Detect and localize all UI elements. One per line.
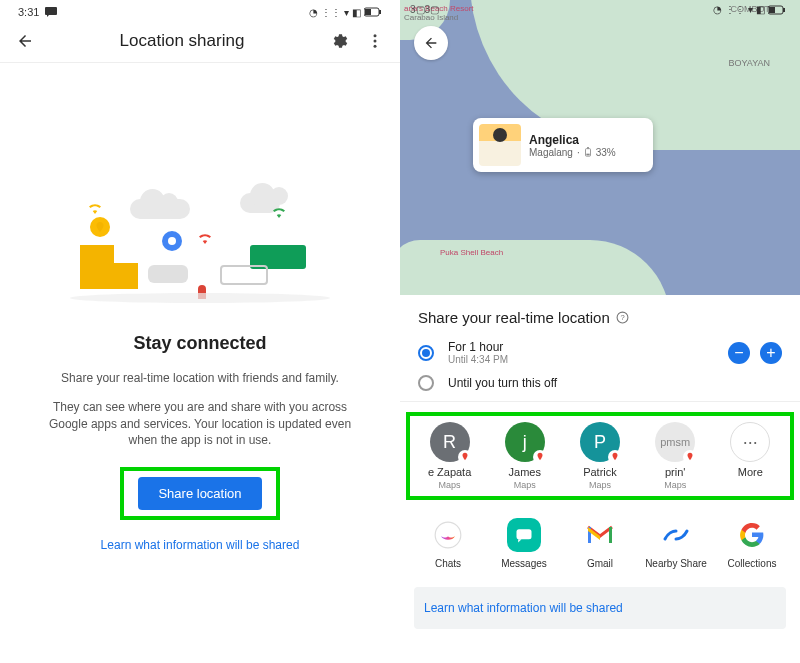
help-icon[interactable]: ? — [616, 311, 629, 324]
app-messages[interactable]: Messages — [490, 518, 558, 569]
map-area-label: BOYAYAN — [728, 58, 770, 68]
page-title: Location sharing — [50, 31, 314, 51]
sub-heading: Stay connected — [0, 333, 400, 354]
status-time: 3:31 — [18, 6, 39, 18]
annotation-highlight: Share location — [120, 467, 280, 520]
header: Location sharing — [0, 22, 400, 63]
description-1: Share your real-time location with frien… — [0, 370, 400, 387]
person-card[interactable]: Angelica Magalang · 33% — [473, 118, 653, 172]
svg-text:?: ? — [620, 313, 624, 322]
more-contacts-button[interactable]: ··· More — [719, 422, 781, 478]
share-sheet: Share your real-time location ? For 1 ho… — [400, 295, 800, 402]
person-sub: Magalang · 33% — [529, 147, 616, 158]
info-banner[interactable]: Learn what information will be shared — [414, 587, 786, 629]
app-gmail[interactable]: Gmail — [566, 518, 634, 569]
sheet-title: Share your real-time location ? — [418, 309, 782, 326]
svg-rect-3 — [379, 10, 381, 14]
avatar: j — [505, 422, 545, 462]
more-icon: ··· — [730, 422, 770, 462]
battery-icon — [584, 147, 592, 157]
nearby-share-icon — [659, 518, 693, 552]
share-apps-row: Chats Messages Gmail Nearby Share Collec… — [400, 510, 800, 577]
decrease-time-button[interactable]: − — [728, 342, 750, 364]
increase-time-button[interactable]: + — [760, 342, 782, 364]
svg-point-8 — [168, 237, 176, 245]
svg-rect-13 — [587, 147, 589, 149]
map-back-button[interactable] — [414, 26, 448, 60]
location-illustration — [70, 193, 330, 313]
duration-option-1hour[interactable]: For 1 hour Until 4:34 PM − + — [418, 340, 782, 365]
app-chats[interactable]: Chats — [414, 518, 482, 569]
status-icons-right: ◔⋮⋮▾◧ — [309, 7, 382, 18]
svg-rect-18 — [517, 529, 532, 539]
contact-person[interactable]: j James Maps — [494, 422, 556, 490]
maps-pin-icon — [458, 450, 472, 464]
avatar — [479, 124, 521, 166]
more-vert-icon[interactable] — [364, 30, 386, 52]
avatar: pmsm — [655, 422, 695, 462]
map-poi-label: Puka Shell Beach — [440, 248, 503, 257]
avatar: R — [430, 422, 470, 462]
gear-icon[interactable] — [328, 30, 350, 52]
maps-pin-icon — [608, 450, 622, 464]
svg-point-7 — [374, 45, 377, 48]
contact-person[interactable]: R e Zapata Maps — [419, 422, 481, 490]
status-message-icon — [45, 7, 57, 17]
share-location-button[interactable]: Share location — [138, 477, 261, 510]
app-nearby-share[interactable]: Nearby Share — [642, 518, 710, 569]
svg-marker-19 — [518, 539, 521, 542]
svg-rect-0 — [45, 7, 57, 15]
map[interactable]: ana's Beach Resort Carabao Island COMBOT… — [400, 0, 800, 295]
svg-point-6 — [374, 40, 377, 43]
svg-rect-21 — [609, 527, 612, 543]
contact-person[interactable]: pmsm prin' Maps — [644, 422, 706, 490]
avatar: P — [580, 422, 620, 462]
svg-rect-4 — [365, 9, 371, 15]
messages-icon — [507, 518, 541, 552]
maps-pin-icon — [533, 450, 547, 464]
info-link[interactable]: Learn what information will be shared — [0, 538, 400, 552]
app-collections[interactable]: Collections — [718, 518, 786, 569]
status-bar: 3:31 ◔⋮⋮▾◧ — [0, 0, 400, 22]
person-name: Angelica — [529, 133, 616, 147]
maps-pin-icon — [683, 450, 697, 464]
svg-rect-14 — [586, 154, 589, 156]
svg-marker-1 — [47, 15, 49, 17]
status-time-overlay: 3▢3▢ — [410, 4, 439, 15]
radio-icon — [418, 345, 434, 361]
svg-rect-11 — [769, 7, 775, 13]
svg-point-5 — [374, 34, 377, 37]
annotation-highlight: R e Zapata Maps j James Maps P Patrick M… — [406, 412, 794, 500]
google-icon — [735, 518, 769, 552]
svg-rect-10 — [783, 8, 785, 12]
contact-person[interactable]: P Patrick Maps — [569, 422, 631, 490]
gmail-icon — [583, 518, 617, 552]
duration-option-untiloff[interactable]: Until you turn this off — [418, 375, 782, 391]
radio-icon — [418, 375, 434, 391]
share-sheet-screen: ana's Beach Resort Carabao Island COMBOT… — [400, 0, 800, 663]
status-bar: ◔⋮⋮▾◧ — [713, 4, 786, 15]
description-2: They can see where you are and share wit… — [0, 399, 400, 449]
chats-icon — [431, 518, 465, 552]
location-sharing-screen: 3:31 ◔⋮⋮▾◧ Location sharing — [0, 0, 400, 663]
back-arrow-icon[interactable] — [14, 30, 36, 52]
svg-point-17 — [435, 522, 461, 548]
